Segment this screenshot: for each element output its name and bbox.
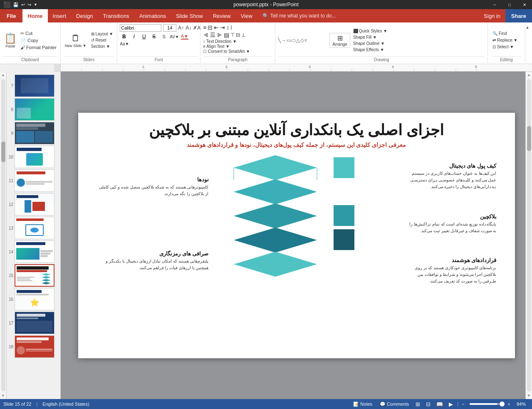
slideshow-view-button[interactable]: ▶ — [447, 401, 455, 407]
section-button[interactable]: Section ▼ — [90, 44, 114, 49]
quick-access-undo[interactable]: ↩ — [21, 2, 25, 7]
text-direction-button[interactable]: ↕ Text Direction ▼ — [203, 39, 237, 44]
font-color-button[interactable]: A▼ — [181, 34, 188, 40]
reset-button[interactable]: ↺ Reset — [90, 37, 114, 43]
find-button[interactable]: 🔍 Find — [491, 31, 522, 36]
underline-button[interactable]: U — [140, 32, 148, 41]
shape-outline-button[interactable]: Shape Outline ▼ — [352, 41, 388, 46]
shape-arrow[interactable]: → — [281, 37, 286, 43]
cut-button[interactable]: ✂ Cut — [19, 30, 58, 37]
right-scroll-up[interactable]: ▲ — [527, 72, 531, 78]
vertical-scroll-thumb[interactable] — [1, 141, 5, 162]
notes-button[interactable]: 📝 Notes — [351, 402, 375, 407]
slide-thumb-11[interactable]: 11 — [7, 169, 56, 192]
slide-thumb-16[interactable]: 16 ⭐ — [7, 288, 56, 310]
select-button[interactable]: ⊡ Select ▼ — [491, 44, 522, 50]
reading-view-button[interactable]: 📖 — [435, 401, 445, 407]
indent-increase-button[interactable]: ⇥ — [220, 24, 225, 31]
search-box[interactable]: 🔍 Tell me what you want to do... — [262, 9, 336, 22]
slide-thumb-9[interactable]: 9 — [7, 122, 56, 144]
menu-review[interactable]: Review — [208, 9, 236, 22]
comments-button[interactable]: 💬 Comments — [377, 402, 411, 407]
paste-button[interactable]: 📋 Paste — [2, 32, 18, 49]
menu-file[interactable]: File — [0, 9, 22, 22]
zoom-in-button[interactable]: + — [507, 402, 511, 407]
shape-more[interactable]: ▿ — [304, 37, 307, 43]
quick-access-redo[interactable]: ↪ — [27, 2, 31, 7]
scroll-down-arrow[interactable]: ▼ — [1, 392, 5, 399]
slide-thumb-7[interactable]: 7 — [7, 74, 56, 97]
font-size-increase[interactable]: A↑ — [178, 25, 184, 31]
slide-thumb-18[interactable]: 18 — [7, 335, 56, 358]
align-left-button[interactable]: ⫷ — [203, 32, 209, 38]
slide-thumb-8[interactable]: 8 — [7, 98, 56, 121]
quick-access-save[interactable]: 💾 — [13, 2, 19, 7]
slide-thumb-13[interactable]: 13 — [7, 217, 56, 239]
ribbon-collapse[interactable]: ▲ — [525, 23, 532, 63]
right-scroll-down[interactable]: ▼ — [527, 392, 531, 399]
font-name-input[interactable] — [120, 24, 161, 32]
zoom-level[interactable]: 84% — [514, 402, 529, 407]
justify-button[interactable]: ▤ — [224, 32, 229, 38]
align-right-button[interactable]: ⫸ — [217, 32, 223, 38]
shape-oval[interactable]: ⬭ — [292, 37, 296, 43]
quick-access-dropdown[interactable]: ▼ — [34, 2, 37, 7]
menu-transitions[interactable]: Transitions — [98, 9, 134, 22]
slide-thumb-12[interactable]: 12 — [7, 193, 56, 216]
quick-styles-button[interactable]: ⬛Quick Styles ▼ — [352, 28, 388, 34]
normal-view-button[interactable]: ⊞ — [414, 401, 422, 407]
menu-slideshow[interactable]: Slide Show — [171, 9, 208, 22]
convert-smartart-button[interactable]: ⬡ Convert to SmartArt ▼ — [203, 49, 250, 54]
menu-view[interactable]: View — [236, 9, 257, 22]
shape-diamond[interactable]: ◇ — [300, 37, 304, 43]
char-spacing-button[interactable]: AV▼ — [170, 35, 179, 39]
arrange-button[interactable]: ⊞ Arrange — [329, 33, 350, 48]
zoom-slider[interactable] — [470, 403, 503, 405]
align-bottom-button[interactable]: ⊥ — [241, 32, 245, 38]
scroll-up-arrow[interactable]: ▲ — [1, 72, 5, 78]
slide-sorter-button[interactable]: ⊟ — [424, 401, 432, 407]
font-size-decrease[interactable]: A↓ — [186, 25, 191, 31]
shape-line[interactable]: ╲ — [278, 37, 281, 43]
numbering-button[interactable]: ⊟ — [208, 24, 213, 31]
signin-button[interactable]: Sign in — [479, 9, 505, 22]
columns-button[interactable]: ⁞ — [230, 24, 232, 31]
shape-rect[interactable]: ▭ — [287, 37, 291, 43]
slide-thumb-10[interactable]: 10 — [7, 146, 56, 168]
right-scroll-thumb[interactable] — [527, 126, 531, 151]
indent-decrease-button[interactable]: ⇤ — [214, 24, 219, 31]
slide-thumb-14[interactable]: 14 — [7, 240, 56, 263]
replace-button[interactable]: ⇄ Replace ▼ — [491, 37, 522, 43]
font-case-button[interactable]: Aa▼ — [120, 42, 129, 46]
shape-effects-button[interactable]: Shape Effects ▼ — [352, 47, 388, 52]
maximize-button[interactable]: □ — [502, 0, 517, 9]
slide-thumb-17[interactable]: 17 — [7, 312, 56, 334]
shadow-button[interactable]: S — [160, 34, 168, 39]
minimize-button[interactable]: ─ — [487, 0, 502, 9]
line-spacing-button[interactable]: ↕ — [226, 24, 229, 31]
shape-triangle[interactable]: △ — [296, 37, 300, 43]
menu-home[interactable]: Home — [22, 9, 47, 22]
align-mid-button[interactable]: ⊟ — [236, 32, 240, 38]
menu-insert[interactable]: Insert — [48, 9, 72, 22]
bold-button[interactable]: B — [120, 32, 128, 41]
share-button[interactable]: Share — [505, 9, 532, 22]
slide-thumb-15[interactable]: 15 — [7, 264, 56, 287]
strikethrough-button[interactable]: S — [150, 32, 158, 41]
close-button[interactable]: ✕ — [517, 0, 532, 9]
format-painter-button[interactable]: 🖌 Format Painter — [19, 45, 58, 50]
menu-animations[interactable]: Animations — [134, 9, 171, 22]
align-center-button[interactable]: ☰ — [210, 32, 215, 38]
zoom-out-button[interactable]: − — [461, 402, 465, 407]
clear-format-button[interactable]: ✗A — [193, 25, 200, 31]
align-top-button[interactable]: ⊤ — [230, 32, 235, 38]
new-slide-button[interactable]: 🗒 New Slide ▼ — [63, 32, 88, 49]
copy-button[interactable]: 📄 Copy — [19, 37, 58, 44]
font-size-input[interactable] — [163, 24, 176, 32]
bullets-button[interactable]: ≡ — [203, 24, 206, 31]
layout-button[interactable]: ⊞ Layout ▼ — [90, 31, 114, 37]
align-text-button[interactable]: ≡ Align Text ▼ — [203, 44, 230, 49]
italic-button[interactable]: I — [130, 32, 138, 41]
shape-fill-button[interactable]: Shape Fill ▼ — [352, 35, 388, 40]
menu-design[interactable]: Design — [71, 9, 98, 22]
